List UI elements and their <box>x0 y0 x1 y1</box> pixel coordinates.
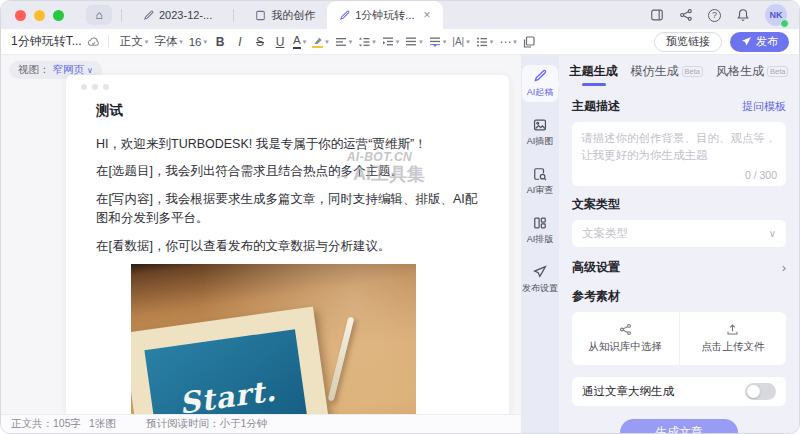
tab-imitation-generation[interactable]: 模仿生成 Beta <box>631 63 703 80</box>
document-paragraph[interactable]: HI，欢迎来到TURBODESK! 我是专属于你的运营“贾维斯”！ <box>96 135 487 154</box>
document-title-field[interactable]: 1分钟玩转T... <box>11 33 82 50</box>
bold-button[interactable]: B <box>213 35 227 49</box>
app-window: ⌂ 2023-12-... 我的创作 1分钟玩转... × <box>0 0 800 434</box>
underline-button[interactable]: U <box>273 35 287 49</box>
highlighter-icon <box>312 36 323 48</box>
maximize-window-button[interactable] <box>53 10 64 21</box>
toolbar-divider <box>108 35 109 48</box>
toggle-knob <box>747 385 760 398</box>
strikethrough-button[interactable]: S <box>253 35 267 49</box>
copy-type-select[interactable]: 文案类型 ∨ <box>572 220 786 247</box>
document-heading[interactable]: 测试 <box>96 102 487 120</box>
toolbar-actions: 预览链接 发布 <box>654 32 789 52</box>
document-page[interactable]: 测试 HI，欢迎来到TURBODESK! 我是专属于你的运营“贾维斯”！ 在[选… <box>66 75 509 414</box>
tab-topic-generation[interactable]: 主题生成 <box>570 63 618 80</box>
kb-button-label: 从知识库中选择 <box>589 340 663 354</box>
more-icon: ⋯ <box>499 35 511 49</box>
rail-label: 发布设置 <box>522 282 558 295</box>
sidebar-panel-icon[interactable] <box>650 8 664 22</box>
document-icon <box>255 10 266 21</box>
align-button[interactable]: ▾ <box>335 36 353 48</box>
pencil-icon <box>533 69 547 83</box>
document-body[interactable]: 测试 HI，欢迎来到TURBODESK! 我是专属于你的运营“贾维斯”！ 在[选… <box>66 90 509 414</box>
tab-my-creations[interactable]: 我的创作 <box>243 1 327 29</box>
window-titlebar: ⌂ 2023-12-... 我的创作 1分钟玩转... × <box>1 1 799 29</box>
upload-file-button[interactable]: 点击上传文件 <box>679 312 787 365</box>
highlight-color-button[interactable]: ▾ <box>312 36 329 48</box>
font-color-button[interactable]: A ▾ <box>293 35 306 49</box>
reference-material-label: 参考素材 <box>572 288 786 305</box>
document-paragraph[interactable]: 在[选题目]，我会列出符合需求且结合热点的多个主题。 <box>96 162 487 181</box>
share-icon[interactable] <box>679 8 693 22</box>
publish-button[interactable]: 发布 <box>730 32 789 52</box>
topic-description-card: 0 / 300 <box>572 122 786 186</box>
rail-label: AI排版 <box>527 233 554 246</box>
outline-toggle-switch[interactable] <box>745 383 776 400</box>
rail-item-ai-illustration[interactable]: AI插图 <box>522 114 558 151</box>
advanced-settings-row[interactable]: 高级设置 › <box>572 259 786 276</box>
generation-tabs: 主题生成 模仿生成 Beta 风格生成 Beta <box>572 55 786 88</box>
avatar-initials: NK <box>770 10 783 20</box>
font-size-select[interactable]: 16 ▾ <box>189 36 207 48</box>
tab-style-generation[interactable]: 风格生成 Beta <box>716 63 788 80</box>
document-paragraph[interactable]: 在[写内容]，我会根据要求生成多篇文章，同时支持编辑、排版、AI配图和分发到多平… <box>96 190 487 229</box>
distribute-button[interactable]: ▾ <box>429 36 447 48</box>
italic-button[interactable]: I <box>233 35 247 49</box>
chevron-down-icon: ▾ <box>443 38 447 46</box>
align-justify-button[interactable]: ▾ <box>405 36 423 48</box>
minimize-window-button[interactable] <box>34 10 45 21</box>
rail-item-ai-layout[interactable]: AI排版 <box>522 212 558 249</box>
user-avatar[interactable]: NK <box>765 4 787 26</box>
line-height-button[interactable]: ▾ <box>358 36 376 48</box>
image-count: 1张图 <box>89 417 116 431</box>
photo-chalk-pen <box>328 316 355 401</box>
generate-article-button[interactable]: 生成文章 <box>620 419 738 434</box>
indent-button[interactable]: ▾ <box>382 36 400 48</box>
view-label: 视图： <box>18 63 50 77</box>
chevron-down-icon: ∨ <box>87 66 93 75</box>
tab-document-2023[interactable]: 2023-12-... <box>131 1 224 29</box>
home-button[interactable]: ⌂ <box>86 5 112 25</box>
photo-paper-card: Start. <box>131 306 335 414</box>
topic-description-input[interactable] <box>572 122 786 168</box>
list-button[interactable]: ▾ <box>476 36 494 48</box>
italic-glyph: I <box>233 35 247 49</box>
letter-case-button[interactable]: |A| ▾ <box>452 36 469 47</box>
ordered-list-icon <box>476 36 488 48</box>
copy-type-placeholder: 文案类型 <box>582 226 628 241</box>
font-family-select[interactable]: 字体 ▾ <box>154 34 183 49</box>
chevron-down-icon: ▾ <box>466 38 470 46</box>
paragraph-style-value: 正文 <box>120 34 143 49</box>
upload-button-label: 点击上传文件 <box>701 340 764 354</box>
help-icon[interactable]: ? <box>708 9 721 22</box>
ai-tools-rail: AI起稿 AI插图 AI审查 AI排版 发布设置 <box>521 55 559 433</box>
beta-badge: Beta <box>682 66 703 78</box>
page-mockup-dots <box>66 75 509 90</box>
font-size-value: 16 <box>189 36 202 48</box>
strikethrough-glyph: S <box>253 35 267 49</box>
rail-item-ai-draft[interactable]: AI起稿 <box>522 65 558 102</box>
rail-item-publish-settings[interactable]: 发布设置 <box>522 261 558 298</box>
line-height-icon <box>358 36 370 48</box>
close-tab-icon[interactable]: × <box>424 9 431 21</box>
document-paragraph[interactable]: 在[看数据]，你可以查看发布的文章数据与分析建议。 <box>96 237 487 256</box>
preview-link-button[interactable]: 预览链接 <box>654 32 722 52</box>
tab-label: 1分钟玩转... <box>355 8 414 23</box>
chevron-down-icon: ▾ <box>396 38 400 46</box>
distribute-icon <box>429 36 441 48</box>
prompt-template-link[interactable]: 提问模板 <box>742 99 786 114</box>
notification-bell-icon[interactable] <box>736 8 750 22</box>
tab-active-document[interactable]: 1分钟玩转... × <box>327 1 442 29</box>
font-color-glyph: A <box>293 35 301 49</box>
more-button[interactable]: ⋯ ▾ <box>499 35 517 49</box>
close-window-button[interactable] <box>15 10 26 21</box>
chevron-down-icon: ▾ <box>372 38 376 46</box>
advanced-settings-label: 高级设置 <box>572 259 620 276</box>
align-left-icon <box>335 36 347 48</box>
knowledge-base-icon <box>619 323 632 336</box>
format-painter-button[interactable] <box>523 36 535 48</box>
inline-photo-start[interactable]: Start. <box>131 264 416 414</box>
rail-item-ai-review[interactable]: AI审查 <box>522 163 558 200</box>
select-from-knowledge-base-button[interactable]: 从知识库中选择 <box>572 312 679 365</box>
paragraph-style-select[interactable]: 正文 ▾ <box>120 34 149 49</box>
